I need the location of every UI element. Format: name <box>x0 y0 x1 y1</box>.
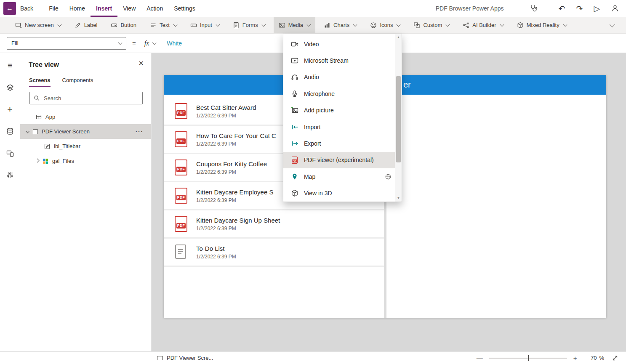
search-input[interactable] <box>43 95 139 102</box>
left-rail: ≡ + <box>0 53 20 351</box>
tree-item-gal-files[interactable]: gal_Files <box>20 154 151 168</box>
ellipsis-icon[interactable]: ··· <box>136 128 144 135</box>
menu-item-video[interactable]: Video <box>283 36 395 52</box>
rail-menu-button[interactable]: ≡ <box>0 55 20 77</box>
menu-settings[interactable]: Settings <box>168 0 201 17</box>
back-label[interactable]: Back <box>20 5 33 12</box>
ribbon-button[interactable]: Button <box>106 17 141 33</box>
fit-to-window-button[interactable] <box>612 355 618 361</box>
property-dropdown[interactable]: Fill <box>7 37 126 50</box>
scrollbar-thumb[interactable] <box>396 76 401 162</box>
menu-item-view-in-3d[interactable]: View in 3D <box>283 185 395 202</box>
ribbon-text[interactable]: Text <box>145 17 182 33</box>
scroll-down-icon[interactable]: ▼ <box>395 195 402 201</box>
menu-item-pdf-viewer[interactable]: PDF PDF viewer (experimental) <box>283 152 395 168</box>
cube-3d-icon <box>291 189 298 197</box>
back-arrow-icon: ← <box>6 5 13 12</box>
zoom-in-button[interactable]: + <box>570 355 581 361</box>
tree-search-box <box>29 92 143 104</box>
menu-item-microphone[interactable]: Microphone <box>283 85 395 102</box>
close-icon[interactable]: × <box>139 59 144 67</box>
ribbon-label[interactable]: Label <box>69 17 103 33</box>
account-icon[interactable] <box>611 4 619 13</box>
menu-item-add-picture[interactable]: Add picture <box>283 102 395 119</box>
formula-input[interactable]: White <box>167 40 182 47</box>
redo-icon[interactable]: ↷ <box>576 5 583 13</box>
app-icon <box>36 114 42 120</box>
gallery-icon <box>43 158 48 164</box>
media-menu-list: Video Microsoft Stream Audio Microphone … <box>283 34 395 202</box>
rail-insert-button[interactable]: + <box>0 98 20 120</box>
rail-media-button[interactable] <box>0 142 20 164</box>
chevron-down-icon <box>397 22 401 27</box>
pdf-file-icon: PDF <box>175 216 187 232</box>
tab-screens[interactable]: Screens <box>29 77 51 87</box>
chevron-right-icon[interactable] <box>35 158 40 162</box>
ribbon-icons[interactable]: Icons <box>365 17 405 33</box>
menu-action[interactable]: Action <box>141 0 168 17</box>
pdf-viewer-area[interactable] <box>386 95 606 318</box>
chevron-down-icon <box>500 22 504 27</box>
rail-advanced-tools-button[interactable] <box>0 164 20 186</box>
media-dropdown-menu: Video Microsoft Stream Audio Microphone … <box>283 34 402 202</box>
percent-sign: % <box>599 355 604 361</box>
media-icon <box>279 22 285 29</box>
ribbon-mixed-reality[interactable]: Mixed Reality <box>512 17 572 33</box>
menu-item-import[interactable]: Import <box>283 119 395 135</box>
tree-item-app[interactable]: App <box>20 109 151 124</box>
ribbon-collapse-button[interactable] <box>610 17 614 33</box>
ribbon-ai-builder[interactable]: AI Builder <box>458 17 508 33</box>
menu-file[interactable]: File <box>43 0 64 17</box>
screen-icon <box>33 129 38 134</box>
play-preview-icon[interactable]: ▷ <box>594 5 600 13</box>
tree-item-pdf-viewer-screen[interactable]: PDF Viewer Screen ··· <box>20 124 151 139</box>
ribbon-custom[interactable]: Custom <box>408 17 454 33</box>
undo-icon[interactable]: ↶ <box>559 5 565 13</box>
chevron-down-icon[interactable] <box>26 129 30 133</box>
menu-item-audio[interactable]: Audio <box>283 69 395 85</box>
icons-icon <box>370 22 377 29</box>
ribbon-forms[interactable]: Forms <box>228 17 270 33</box>
zoom-out-button[interactable]: — <box>473 355 487 361</box>
ribbon-charts[interactable]: Charts <box>319 17 362 33</box>
chevron-down-icon <box>118 40 123 45</box>
file-name: Best Cat Sitter Award <box>196 104 256 111</box>
menu-item-export[interactable]: Export <box>283 135 395 151</box>
screen-label: PDF Viewer Scre... <box>167 355 213 361</box>
ribbon-media[interactable]: Media <box>274 17 315 33</box>
app-checker-icon[interactable] <box>529 4 538 13</box>
rail-data-button[interactable] <box>0 120 20 142</box>
forms-icon <box>233 22 240 29</box>
back-app-button[interactable]: ← <box>3 2 16 15</box>
file-name: Kitten Daycare Sign Up Sheet <box>196 217 280 224</box>
sliders-icon <box>6 171 14 179</box>
menu-insert[interactable]: Insert <box>91 0 117 17</box>
tree-item-lbl-titlebar[interactable]: lbl_Titlebar <box>20 139 151 154</box>
current-screen-indicator[interactable]: PDF Viewer Scre... <box>157 355 213 361</box>
ribbon-new-screen[interactable]: New screen <box>10 17 66 33</box>
file-date: 1/2/2022 6:39 PM <box>196 113 256 119</box>
search-icon <box>34 95 40 101</box>
tree-tabs: Screens Components <box>29 77 93 87</box>
plus-icon: + <box>7 104 13 115</box>
export-icon <box>291 140 298 147</box>
rail-tree-view-button[interactable] <box>0 77 20 98</box>
menu-item-map[interactable]: Map <box>283 168 395 185</box>
zoom-slider-thumb[interactable] <box>528 355 529 361</box>
scroll-up-icon[interactable]: ▲ <box>395 35 402 40</box>
menu-item-microsoft-stream[interactable]: Microsoft Stream <box>283 52 395 69</box>
zoom-slider[interactable] <box>489 358 567 359</box>
ribbon-input[interactable]: Input <box>185 17 224 33</box>
chevron-down-icon <box>261 22 266 27</box>
fx-dropdown[interactable]: fx <box>141 40 160 47</box>
chevron-down-icon <box>216 22 220 27</box>
pdf-file-icon: PDF <box>292 157 298 164</box>
menu-scrollbar[interactable]: ▲ ▼ <box>395 34 402 202</box>
text-icon <box>150 22 157 29</box>
menu-home[interactable]: Home <box>64 0 91 17</box>
menu-view[interactable]: View <box>117 0 141 17</box>
file-row[interactable]: To-Do List 1/2/2022 6:39 PM <box>164 239 384 267</box>
chevron-down-icon <box>57 22 61 27</box>
file-row[interactable]: PDF Kitten Daycare Sign Up Sheet 1/2/202… <box>164 210 384 239</box>
tab-components[interactable]: Components <box>62 77 93 87</box>
